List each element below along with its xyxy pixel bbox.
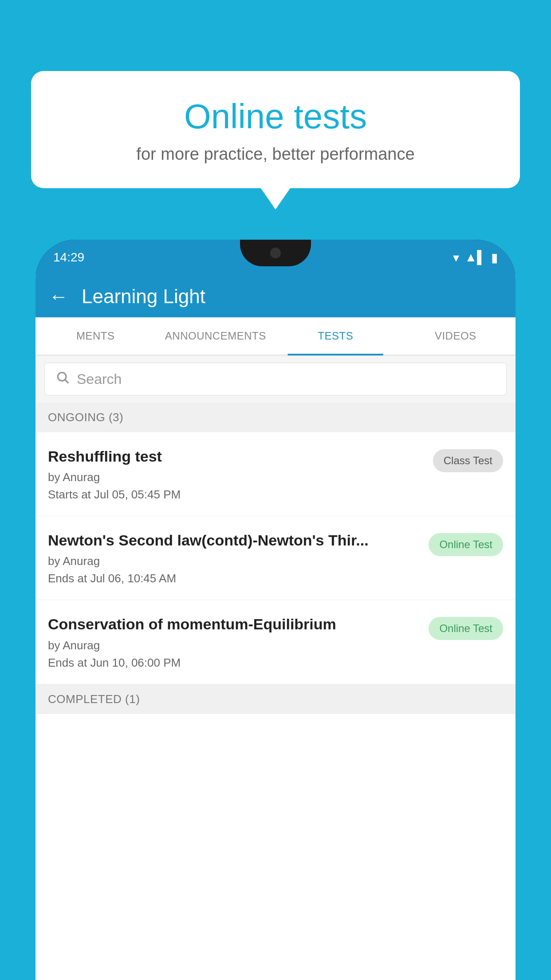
- back-button[interactable]: ←: [49, 285, 68, 308]
- test-item[interactable]: Newton's Second law(contd)-Newton's Thir…: [35, 516, 516, 600]
- test-name: Reshuffling test: [48, 447, 424, 466]
- test-author: by Anurag: [48, 470, 424, 484]
- status-time: 14:29: [53, 250, 84, 265]
- app-header: ← Learning Light: [35, 275, 516, 317]
- test-info: Newton's Second law(contd)-Newton's Thir…: [48, 530, 429, 585]
- search-container: Search: [35, 356, 516, 403]
- test-info: Reshuffling test by Anurag Starts at Jul…: [48, 447, 433, 502]
- test-date: Starts at Jul 05, 05:45 PM: [48, 488, 424, 502]
- test-date: Ends at Jul 06, 10:45 AM: [48, 572, 420, 585]
- search-icon: [55, 370, 70, 388]
- notch: [240, 240, 311, 266]
- battery-icon: ▮: [491, 250, 498, 265]
- svg-line-1: [65, 380, 68, 383]
- completed-section-header: COMPLETED (1): [35, 684, 516, 714]
- test-name: Conservation of momentum-Equilibrium: [48, 614, 420, 634]
- test-author: by Anurag: [48, 639, 420, 652]
- phone-screen: ← Learning Light MENTS ANNOUNCEMENTS TES…: [35, 275, 516, 980]
- tabs-container: MENTS ANNOUNCEMENTS TESTS VIDEOS: [35, 317, 516, 356]
- test-badge-online: Online Test: [429, 533, 503, 556]
- content-area: Reshuffling test by Anurag Starts at Jul…: [35, 432, 516, 980]
- speech-bubble-subtitle: for more practice, better performance: [67, 145, 484, 164]
- app-title: Learning Light: [82, 285, 205, 308]
- tab-videos[interactable]: VIDEOS: [396, 317, 516, 355]
- tab-tests[interactable]: TESTS: [276, 317, 396, 355]
- svg-point-0: [58, 372, 66, 381]
- speech-bubble-title: Online tests: [67, 98, 484, 136]
- test-date: Ends at Jun 10, 06:00 PM: [48, 656, 420, 670]
- phone-frame: 14:29 ▾ ▲▌ ▮ ← Learning Light MENTS ANNO…: [35, 240, 516, 980]
- status-icons: ▾ ▲▌ ▮: [453, 250, 498, 265]
- signal-icon: ▲▌: [464, 250, 486, 265]
- wifi-icon: ▾: [453, 250, 459, 265]
- test-author: by Anurag: [48, 554, 420, 568]
- status-bar: 14:29 ▾ ▲▌ ▮: [35, 240, 516, 275]
- ongoing-section-header: ONGOING (3): [35, 403, 516, 432]
- speech-bubble-container: Online tests for more practice, better p…: [31, 71, 520, 188]
- search-bar[interactable]: Search: [44, 363, 507, 395]
- tab-announcements[interactable]: ANNOUNCEMENTS: [156, 317, 276, 355]
- tab-ments[interactable]: MENTS: [35, 317, 156, 355]
- test-item[interactable]: Conservation of momentum-Equilibrium by …: [35, 600, 516, 684]
- test-badge-class: Class Test: [433, 449, 503, 472]
- camera: [270, 248, 281, 258]
- test-badge-online: Online Test: [429, 617, 503, 640]
- speech-bubble: Online tests for more practice, better p…: [31, 71, 520, 188]
- test-name: Newton's Second law(contd)-Newton's Thir…: [48, 530, 420, 550]
- test-item[interactable]: Reshuffling test by Anurag Starts at Jul…: [35, 432, 516, 516]
- test-info: Conservation of momentum-Equilibrium by …: [48, 614, 429, 669]
- search-placeholder: Search: [77, 371, 122, 387]
